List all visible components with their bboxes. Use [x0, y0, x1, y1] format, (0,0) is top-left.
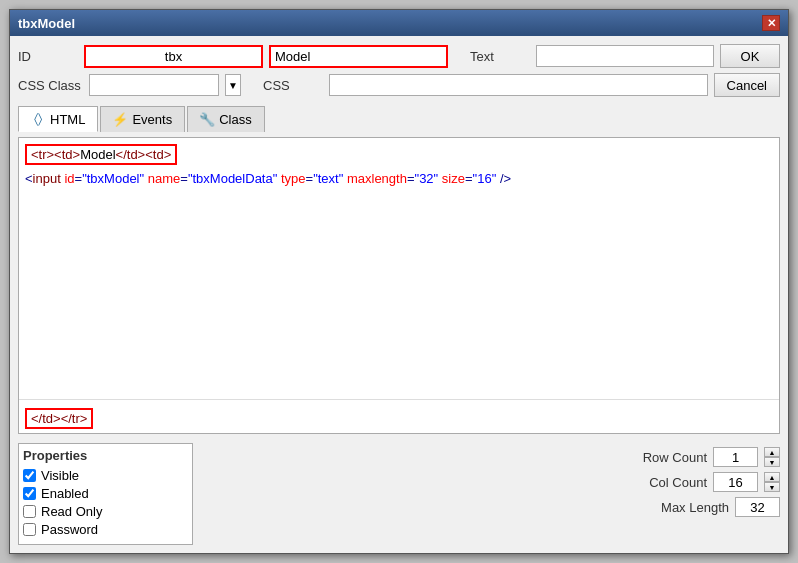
css-row: CSS Class ▼ CSS Cancel [18, 73, 780, 97]
cancel-button[interactable]: Cancel [714, 73, 780, 97]
tab-class-label: Class [219, 112, 252, 127]
visible-label: Visible [41, 468, 79, 483]
row-count-row: Row Count ▲ ▼ [627, 447, 780, 467]
code-content-area: <tr><td>Model</td><td> <input id="tbxMod… [18, 137, 780, 434]
text-input[interactable] [536, 45, 714, 67]
css-class-dropdown[interactable]: ▼ [225, 74, 241, 96]
css-input[interactable] [329, 74, 708, 96]
tab-events[interactable]: ⚡ Events [100, 106, 185, 132]
visible-checkbox[interactable] [23, 469, 36, 482]
tab-events-label: Events [132, 112, 172, 127]
password-label: Password [41, 522, 98, 537]
tag-mid: </td><td> [116, 147, 172, 162]
col-count-label: Col Count [627, 475, 707, 490]
ok-button[interactable]: OK [720, 44, 780, 68]
enabled-label: Enabled [41, 486, 89, 501]
id-prefix-input[interactable] [84, 45, 263, 68]
spacer [201, 443, 619, 545]
tab-html-label: HTML [50, 112, 85, 127]
readonly-row: Read Only [23, 504, 188, 519]
css-label: CSS [263, 78, 323, 93]
visible-row: Visible [23, 468, 188, 483]
id-label: ID [18, 49, 78, 64]
css-class-input[interactable] [89, 74, 219, 96]
row-count-up[interactable]: ▲ [764, 447, 780, 457]
col-count-input[interactable] [713, 472, 758, 492]
row-count-spinner: ▲ ▼ [764, 447, 780, 467]
code-divider [19, 399, 779, 400]
readonly-checkbox[interactable] [23, 505, 36, 518]
code-line3: </td></tr> [25, 408, 93, 429]
text-label: Text [470, 49, 530, 64]
col-count-spinner: ▲ ▼ [764, 472, 780, 492]
col-count-down[interactable]: ▼ [764, 482, 780, 492]
class-icon: 🔧 [200, 113, 214, 127]
code-area: <tr><td>Model</td><td> <input id="tbxMod… [19, 138, 779, 395]
css-class-label: CSS Class [18, 78, 83, 93]
close-button[interactable]: ✕ [762, 15, 780, 31]
password-row: Password [23, 522, 188, 537]
main-window: tbxModel ✕ ID Text OK CSS Class ▼ CSS Ca… [9, 9, 789, 554]
row-count-down[interactable]: ▼ [764, 457, 780, 467]
id-main-input[interactable] [269, 45, 448, 68]
properties-title: Properties [23, 448, 188, 463]
html-icon: 〈〉 [31, 112, 45, 126]
code-footer: </td></tr> [19, 404, 779, 433]
window-content: ID Text OK CSS Class ▼ CSS Cancel 〈〉 H [10, 36, 788, 553]
col-count-up[interactable]: ▲ [764, 472, 780, 482]
code-input-tag: <input id="tbxModel" name="tbxModelData"… [25, 171, 511, 186]
properties-panel: Properties Visible Enabled Read Only Pas… [18, 443, 193, 545]
readonly-label: Read Only [41, 504, 102, 519]
row-count-label: Row Count [627, 450, 707, 465]
max-length-row: Max Length [649, 497, 780, 517]
events-icon: ⚡ [113, 113, 127, 127]
code-line-2: <input id="tbxModel" name="tbxModelData"… [25, 171, 773, 186]
enabled-checkbox[interactable] [23, 487, 36, 500]
code-line-1: <tr><td>Model</td><td> [25, 144, 773, 165]
col-count-row: Col Count ▲ ▼ [627, 472, 780, 492]
tabs-bar: 〈〉 HTML ⚡ Events 🔧 Class [18, 106, 780, 132]
tab-class[interactable]: 🔧 Class [187, 106, 265, 132]
tag-open: <tr><td> [31, 147, 80, 162]
tab-html[interactable]: 〈〉 HTML [18, 106, 98, 132]
id-text-row: ID Text OK [18, 44, 780, 68]
code-line1-text: <tr><td>Model</td><td> [25, 144, 177, 165]
closing-tags: </td></tr> [31, 411, 87, 426]
row-count-input[interactable] [713, 447, 758, 467]
properties-right: Row Count ▲ ▼ Col Count ▲ ▼ Ma [627, 443, 780, 545]
max-length-input[interactable] [735, 497, 780, 517]
bottom-section: Properties Visible Enabled Read Only Pas… [18, 443, 780, 545]
password-checkbox[interactable] [23, 523, 36, 536]
title-bar: tbxModel ✕ [10, 10, 788, 36]
tag-content: Model [80, 147, 115, 162]
enabled-row: Enabled [23, 486, 188, 501]
max-length-label: Max Length [649, 500, 729, 515]
window-title: tbxModel [18, 16, 75, 31]
